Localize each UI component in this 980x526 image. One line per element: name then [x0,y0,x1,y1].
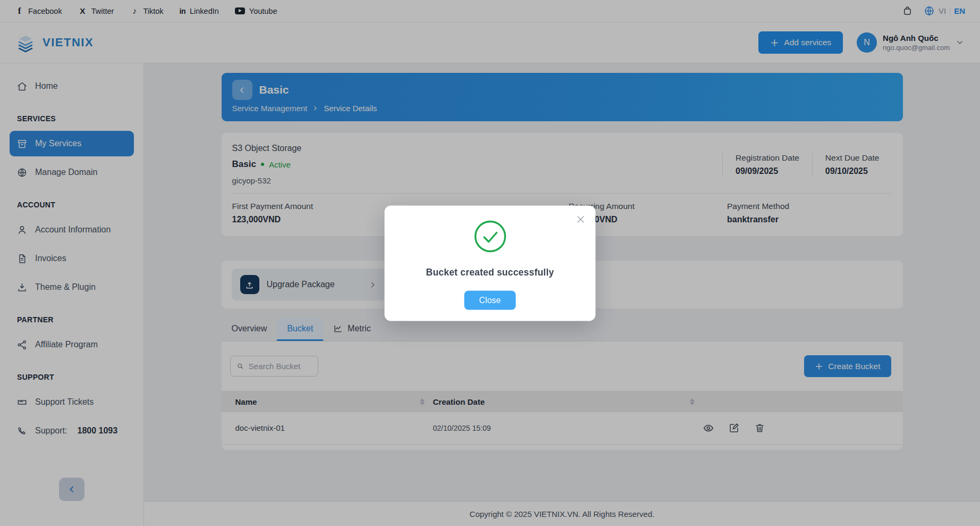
modal-message: Bucket created successfully [426,266,554,278]
modal-close-icon-button[interactable] [573,212,588,227]
success-modal: Bucket created successfully Close [385,205,596,321]
close-icon [576,214,586,224]
success-check-icon [474,220,506,253]
modal-close-button[interactable]: Close [464,290,516,310]
